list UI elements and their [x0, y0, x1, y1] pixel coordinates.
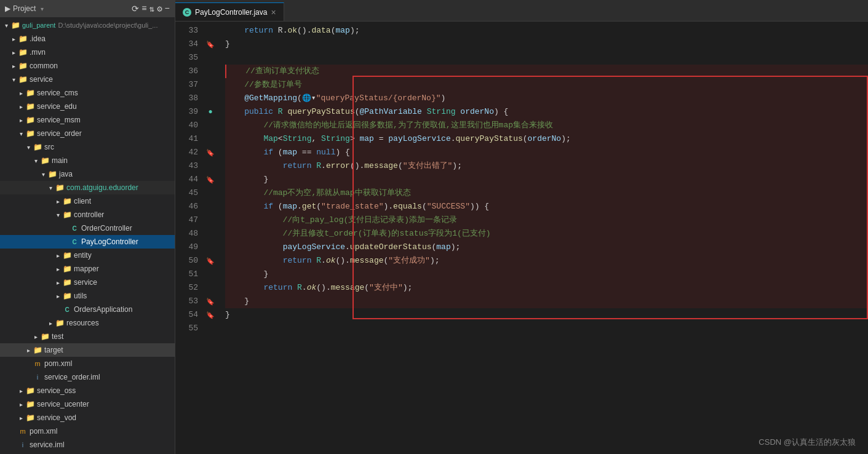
common-label: common — [30, 62, 58, 70]
tree-common[interactable]: 📁 common — [0, 59, 175, 73]
mvn-label: .mvn — [30, 48, 46, 57]
root-pom-label: pom.xml — [30, 427, 57, 436]
code-line-40: //请求微信给的地址后返回很多数据,为了方便取值,这里我们也用map集合来接收 — [225, 119, 868, 132]
tree-orders-app[interactable]: C OrdersApplication — [0, 303, 175, 316]
code-content[interactable]: return R.ok().data(map); } //查询订单支付状态 //… — [218, 22, 868, 454]
tree-service[interactable]: 📁 service — [0, 73, 175, 86]
mapper-arrow — [54, 265, 62, 273]
editor[interactable]: 33 34 35 36 37 38 39 40 41 42 43 44 45 4… — [175, 22, 868, 454]
code-line-51: } — [225, 268, 868, 281]
service-edu-label: service_edu — [37, 102, 77, 111]
code-line-52: return R.ok().message("支付中"); — [225, 281, 868, 295]
code-37: //参数是订单号 — [225, 78, 302, 92]
tree-com-atguigu[interactable]: 📁 com.atguigu.eduorder — [0, 181, 175, 194]
controller-label: controller — [74, 210, 104, 219]
line-num-40: 40 — [175, 119, 198, 132]
code-line-46: if (map.get("trade_state").equals("SUCCE… — [225, 200, 868, 213]
tree-main[interactable]: 📁 main — [0, 154, 175, 167]
line-num-45: 45 — [175, 186, 198, 200]
tree-mvn[interactable]: 📁 .mvn — [0, 46, 175, 59]
code-48: //并且修改t_order(订单表)的status字段为1(已支付) — [225, 227, 491, 241]
src-icon: 📁 — [33, 143, 42, 151]
tree-service-ucenter[interactable]: 📁 service_ucenter — [0, 397, 175, 411]
oa-label: OrdersApplication — [74, 305, 132, 314]
tree-service2[interactable]: 📁 service — [0, 276, 175, 289]
utils-icon: 📁 — [63, 292, 71, 300]
root-arrow — [2, 22, 10, 29]
minimize-icon[interactable]: − — [165, 4, 170, 14]
service-cms-arrow — [17, 89, 25, 97]
tree-java[interactable]: 📁 java — [0, 167, 175, 181]
idea-folder-icon: 📁 — [18, 34, 27, 43]
gutter-green-circle-39: ● — [208, 108, 212, 116]
tree-test[interactable]: 📁 test — [0, 330, 175, 343]
tree-pom-xml[interactable]: m pom.xml — [0, 357, 175, 370]
gutter-37 — [203, 78, 218, 92]
tree-target[interactable]: 📁 target — [0, 343, 175, 357]
code-49: payLogService.updateOrderStatus(map); — [225, 241, 460, 254]
code-line-54: } — [225, 308, 868, 322]
tree-src[interactable]: 📁 src — [0, 140, 175, 154]
settings-icon[interactable]: ⚙ — [157, 4, 162, 14]
tree-root-pom[interactable]: m pom.xml — [0, 424, 175, 438]
gutter-34: 🔖 — [203, 38, 218, 51]
tree-service-order-iml[interactable]: i service_order.iml — [0, 370, 175, 384]
gutter-49 — [203, 241, 218, 254]
bookmark-icon-42: 🔖 — [206, 149, 215, 157]
line-num-34: 34 — [175, 38, 198, 51]
tree-mapper[interactable]: 📁 mapper — [0, 262, 175, 276]
collapse-icon[interactable]: ≡ — [141, 4, 146, 14]
tree-resources[interactable]: 📁 resources — [0, 316, 175, 330]
bookmark-icon-50: 🔖 — [206, 257, 215, 265]
line-num-36: 36 — [175, 65, 198, 78]
resources-arrow — [47, 319, 54, 327]
sort-icon[interactable]: ⇅ — [149, 4, 154, 14]
tree-client[interactable]: 📁 client — [0, 194, 175, 208]
oss-label: service_oss — [37, 386, 76, 395]
line-num-48: 48 — [175, 227, 198, 241]
tree-gitignore[interactable]: 📄 .gitignore — [0, 452, 175, 454]
gutter-54: 🔖 — [203, 308, 218, 322]
gutter-33 — [203, 24, 218, 38]
tree-root[interactable]: 📁 guli_parent D:\study\java\code\project… — [0, 18, 175, 32]
test-arrow — [32, 333, 39, 340]
sidebar-dropdown-icon[interactable]: ▾ — [41, 6, 44, 12]
sidebar: ▶ Project ▾ ⟳ ≡ ⇅ ⚙ − 📁 guli_parent D:\s… — [0, 0, 175, 454]
code-40: //请求微信给的地址后返回很多数据,为了方便取值,这里我们也用map集合来接收 — [225, 119, 553, 132]
tree-service-order[interactable]: 📁 service_order — [0, 127, 175, 140]
root-pom-icon: m — [18, 428, 27, 435]
tab-close-button[interactable]: × — [271, 7, 276, 17]
service-arrow — [10, 76, 17, 83]
target-arrow — [25, 346, 32, 354]
vod-label: service_vod — [37, 413, 76, 422]
tree-idea[interactable]: 📁 .idea — [0, 32, 175, 46]
tree-service-vod[interactable]: 📁 service_vod — [0, 411, 175, 424]
utils-label: utils — [74, 292, 87, 300]
tree-pay-log-controller[interactable]: C PayLogController — [0, 235, 175, 249]
code-45: //map不为空,那就从map中获取订单状态 — [225, 186, 411, 200]
tree-utils[interactable]: 📁 utils — [0, 289, 175, 303]
sync-icon[interactable]: ⟳ — [132, 4, 139, 14]
tree-entity[interactable]: 📁 entity — [0, 249, 175, 262]
tree-service-edu[interactable]: 📁 service_edu — [0, 100, 175, 113]
editor-container: 33 34 35 36 37 38 39 40 41 42 43 44 45 4… — [175, 22, 868, 454]
code-line-37: //参数是订单号 — [225, 78, 868, 92]
service-order-label: service_order — [37, 129, 82, 138]
tree-order-controller[interactable]: C OrderController — [0, 221, 175, 235]
active-tab[interactable]: C PayLogController.java × — [175, 2, 284, 21]
code-line-38: @GetMapping(🌐▾"queryPayStatus/{orderNo}"… — [225, 92, 868, 105]
tree-service-cms[interactable]: 📁 service_cms — [0, 86, 175, 100]
gutter-41 — [203, 132, 218, 146]
resources-label: resources — [66, 319, 99, 327]
tree-controller[interactable]: 📁 controller — [0, 208, 175, 221]
service-order-icon: 📁 — [26, 129, 34, 138]
tree-service-oss[interactable]: 📁 service_oss — [0, 384, 175, 397]
tree-service-iml[interactable]: i service.iml — [0, 438, 175, 452]
oss-arrow — [17, 387, 25, 394]
line-num-33: 33 — [175, 24, 198, 38]
tree-service-msm[interactable]: 📁 service_msm — [0, 113, 175, 127]
idea-arrow — [10, 35, 17, 42]
code-46: if (map.get("trade_state").equals("SUCCE… — [225, 200, 489, 213]
gutter-52 — [203, 281, 218, 295]
plc-java-icon: C — [70, 239, 79, 245]
